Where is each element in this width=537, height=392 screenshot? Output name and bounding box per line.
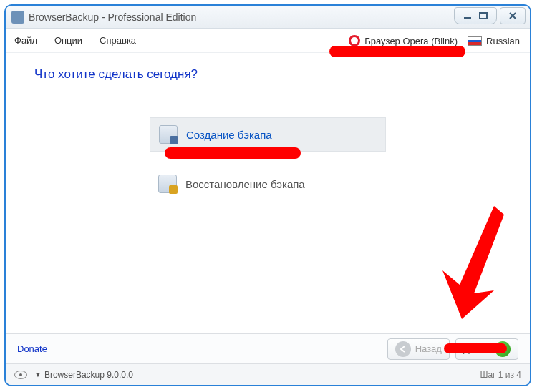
annotation-highlight-browser <box>329 46 465 57</box>
annotation-highlight-create <box>165 147 301 159</box>
content-area: Что хотите сделать сегодня? Создание бэк… <box>6 54 530 335</box>
status-bar: ▼ BrowserBackup 9.0.0.0 Шаг 1 из 4 <box>6 363 530 385</box>
minimize-icon <box>463 12 472 19</box>
opera-icon <box>349 35 360 46</box>
back-button: Назад <box>387 338 450 360</box>
back-arrow-icon <box>395 341 411 357</box>
minimize-maximize-buttons[interactable] <box>454 7 497 24</box>
window-title: BrowserBackup - Professional Edition <box>29 11 196 23</box>
flag-russia-icon <box>468 36 482 46</box>
eye-icon[interactable] <box>14 371 27 379</box>
back-label: Назад <box>415 343 442 354</box>
window-controls <box>451 7 526 24</box>
app-icon <box>11 11 24 24</box>
svg-rect-0 <box>464 17 471 19</box>
browser-label: Браузер Opera (Blink) <box>364 36 458 46</box>
action-options: Создание бэкапа Восстановление бэкапа <box>150 117 386 200</box>
page-heading: Что хотите сделать сегодня? <box>34 67 510 82</box>
titlebar: BrowserBackup - Professional Edition <box>6 6 530 29</box>
menu-options[interactable]: Опции <box>54 35 82 46</box>
svg-rect-1 <box>480 13 487 19</box>
menu-help[interactable]: Справка <box>100 35 136 46</box>
annotation-highlight-next <box>444 343 507 353</box>
restore-backup-icon <box>158 175 177 193</box>
option-create-label: Создание бэкапа <box>186 129 272 141</box>
status-step: Шаг 1 из 4 <box>480 370 521 380</box>
option-restore-backup[interactable]: Восстановление бэкапа <box>150 167 386 200</box>
browser-selector[interactable]: Браузер Opera (Blink) <box>349 35 458 46</box>
option-create-backup[interactable]: Создание бэкапа <box>150 117 386 152</box>
create-backup-icon <box>159 125 178 144</box>
menu-file[interactable]: Файл <box>14 35 37 46</box>
option-restore-label: Восстановление бэкапа <box>185 178 305 190</box>
language-label: Russian <box>486 36 520 46</box>
maximize-icon <box>479 12 488 19</box>
close-button[interactable] <box>500 7 526 24</box>
language-selector[interactable]: Russian <box>468 36 520 46</box>
app-window: BrowserBackup - Professional Edition Фай… <box>4 4 531 386</box>
donate-link[interactable]: Donate <box>17 343 47 354</box>
close-icon <box>508 11 517 20</box>
status-dropdown-icon[interactable]: ▼ <box>34 371 42 378</box>
status-product: BrowserBackup 9.0.0.0 <box>44 370 133 380</box>
